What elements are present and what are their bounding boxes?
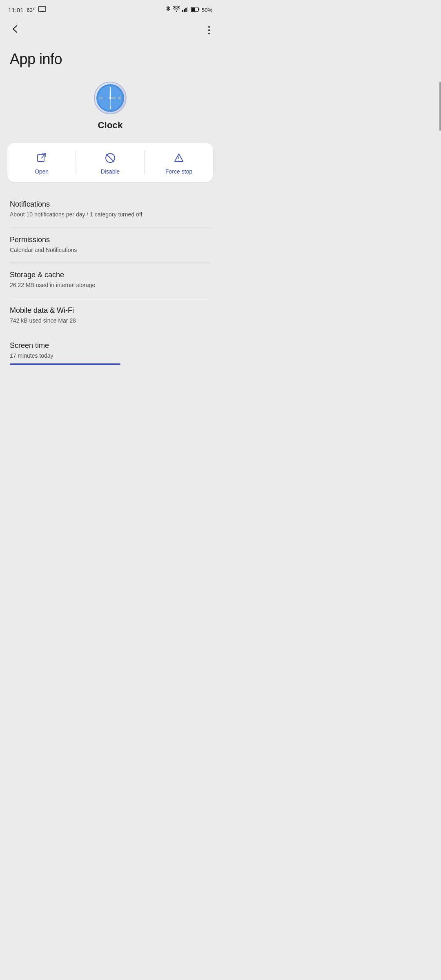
svg-line-21 [42, 153, 46, 158]
storage-subtitle: 26.22 MB used in internal storage [10, 281, 211, 290]
screen-time-title: Screen time [10, 341, 211, 350]
status-time: 11:01 [8, 7, 24, 13]
storage-item[interactable]: Storage & cache 26.22 MB used in interna… [10, 263, 211, 298]
disable-icon [104, 152, 116, 164]
app-name: Clock [98, 120, 123, 131]
permissions-title: Permissions [10, 236, 211, 244]
page-title-section: App info [0, 42, 220, 72]
permissions-subtitle: Calendar and Notifications [10, 246, 211, 254]
battery-icon [191, 6, 200, 13]
status-left: 11:01 63° [8, 6, 46, 14]
more-options-button[interactable] [205, 23, 213, 38]
notifications-subtitle: About 10 notifications per day / 1 categ… [10, 211, 211, 219]
force-stop-button[interactable]: Force stop [145, 143, 213, 182]
screen-time-progress-bar [10, 363, 120, 365]
screen-time-subtitle: 17 minutes today [10, 352, 211, 360]
permissions-item[interactable]: Permissions Calendar and Notifications [10, 227, 211, 263]
clock-icon [96, 84, 124, 112]
screen-time-item[interactable]: Screen time 17 minutes today [10, 333, 211, 369]
app-icon-section: Clock [0, 72, 220, 139]
svg-rect-6 [187, 7, 188, 12]
open-icon [36, 152, 48, 164]
wifi-icon [173, 6, 180, 13]
info-list: Notifications About 10 notifications per… [0, 192, 220, 369]
dot [208, 26, 210, 28]
open-button-label: Open [35, 168, 49, 175]
svg-rect-0 [38, 7, 46, 11]
disable-button[interactable]: Disable [76, 143, 145, 182]
status-right: 50% [165, 6, 212, 14]
svg-rect-9 [198, 9, 200, 11]
mobile-data-item[interactable]: Mobile data & Wi-Fi 742 kB used since Ma… [10, 298, 211, 334]
svg-point-19 [109, 97, 111, 99]
disable-button-label: Disable [101, 168, 120, 175]
svg-rect-4 [184, 9, 185, 12]
mobile-data-subtitle: 742 kB used since Mar 28 [10, 317, 211, 325]
dot [208, 29, 210, 31]
force-stop-button-label: Force stop [165, 168, 192, 175]
action-buttons-container: Open Disable Force stop [7, 143, 213, 182]
notifications-item[interactable]: Notifications About 10 notifications per… [10, 192, 211, 227]
bluetooth-icon [165, 6, 171, 14]
battery-percent: 50% [202, 7, 212, 13]
svg-rect-8 [191, 8, 195, 11]
dot [208, 33, 210, 34]
svg-line-23 [107, 154, 114, 162]
top-nav [0, 18, 220, 42]
signal-icon [182, 6, 189, 13]
back-button[interactable] [7, 21, 24, 39]
force-stop-icon [173, 152, 185, 164]
open-button[interactable]: Open [7, 143, 76, 182]
svg-point-25 [178, 160, 179, 160]
svg-rect-5 [185, 8, 187, 12]
status-bar: 11:01 63° [0, 0, 220, 18]
screen-icon [38, 6, 46, 14]
storage-title: Storage & cache [10, 271, 211, 279]
notifications-title: Notifications [10, 200, 211, 209]
app-icon-wrapper [94, 82, 127, 114]
page-title: App info [10, 51, 211, 68]
mobile-data-title: Mobile data & Wi-Fi [10, 306, 211, 315]
svg-rect-3 [182, 10, 183, 12]
status-temp: 63° [27, 7, 35, 13]
